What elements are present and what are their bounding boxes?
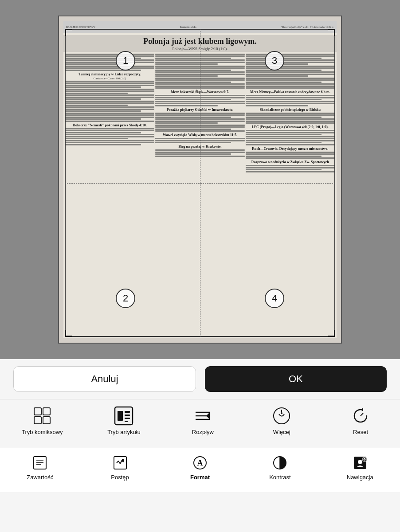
svg-rect-2: [34, 417, 41, 424]
reset-label: Reset: [353, 429, 368, 435]
newspaper-header: KURJER SPORTOWY Poniedziałek, "Ilustracj…: [63, 21, 337, 33]
ok-button[interactable]: OK: [205, 366, 387, 392]
content-icon: [31, 454, 48, 471]
col2-mecz-slask: Mecz bokserski Śląsk—Warszawa 9:7.: [155, 90, 244, 94]
nav-item-content[interactable]: Zawartość: [22, 454, 58, 481]
newspaper-subtitle: Polonja—WKS Śmigły 2:10 (1:0).: [66, 47, 334, 51]
col3-niemcy: Mecz Niemcy—Polska zostanie zadecydowane…: [246, 90, 335, 94]
newspaper-header-right: "Ilustracja Colja" z dn. 7 Listopada 193…: [281, 25, 334, 29]
col1-section1: Turniej eliminacyjny w Lidze rozpoczęty.: [65, 72, 154, 76]
toolbar-item-more[interactable]: Więcej: [264, 406, 299, 435]
toolbar-item-comic-mode[interactable]: Tryb komiksowy: [22, 406, 63, 435]
newspaper-inner: KURJER SPORTOWY Poniedziałek, "Ilustracj…: [63, 21, 337, 338]
col2-wawel: Wawel zwycięża Wislą w meczu bokserskim …: [155, 133, 244, 137]
svg-line-17: [361, 413, 363, 416]
article-mode-icon: [114, 406, 134, 426]
svg-rect-3: [43, 417, 50, 424]
col3-rozprawa: Rozprawa o nadużycia w Związku Zw. Sport…: [246, 160, 335, 164]
comic-mode-icon: [32, 406, 52, 426]
toolbar-item-reset[interactable]: Reset: [343, 406, 378, 435]
toolbar-item-article-mode[interactable]: Tryb artykułu: [106, 406, 141, 435]
newspaper-column-1: Turniej eliminacyjny w Lidze rozpoczęty.…: [65, 54, 154, 334]
newspaper-title-area: Polonja już jest klubem ligowym. Polonja…: [63, 35, 337, 52]
newspaper-column-2: Mecz bokserski Śląsk—Warszawa 9:7. Poraż…: [155, 54, 244, 334]
navigation-label: Nawigacja: [347, 474, 373, 481]
bottom-nav: Zawartość Postęp A Format: [0, 448, 400, 492]
progress-icon: [112, 454, 129, 471]
svg-rect-6: [125, 411, 130, 413]
svg-rect-7: [125, 415, 130, 416]
svg-rect-1: [43, 408, 50, 415]
nav-item-progress[interactable]: Postęp: [102, 454, 138, 481]
svg-text:A: A: [197, 458, 203, 467]
svg-point-29: [358, 460, 362, 464]
blur-label: Rozpływ: [192, 429, 214, 435]
navigation-icon: [352, 454, 369, 471]
nav-item-contrast[interactable]: Kontrast: [262, 454, 298, 481]
blur-icon: [192, 406, 213, 426]
svg-marker-13: [206, 412, 210, 419]
scan-area: KURJER SPORTOWY Poniedziałek, "Ilustracj…: [0, 0, 400, 359]
newspaper-container: KURJER SPORTOWY Poniedziałek, "Ilustracj…: [58, 16, 342, 344]
newspaper-header-center: Poniedziałek,: [180, 25, 196, 29]
col3-skandal: Skandaliczne pobicie sędziego w Bielsku: [246, 108, 335, 112]
nav-item-format[interactable]: A Format: [182, 454, 218, 481]
col1-section-bokser: Bokserzy "Nemesti" pokonani przez Skodę …: [65, 123, 154, 127]
svg-rect-8: [125, 418, 130, 419]
format-label: Format: [190, 474, 210, 481]
col2-porazka: Porażka pięćiarzy Gdańści w Inowrocławiu…: [155, 108, 244, 112]
cancel-button[interactable]: Anuluj: [13, 366, 196, 392]
newspaper-background: KURJER SPORTOWY Poniedziałek, "Ilustracj…: [58, 16, 342, 344]
newspaper-main-title: Polonja już jest klubem ligowym.: [66, 37, 334, 47]
svg-point-16: [281, 412, 282, 414]
article-mode-label: Tryb artykułu: [107, 429, 141, 435]
svg-rect-18: [34, 457, 46, 469]
comic-mode-label: Tryb komiksowy: [22, 429, 63, 435]
contrast-icon: [271, 454, 288, 471]
svg-rect-5: [118, 411, 123, 421]
toolbar-item-blur[interactable]: Rozpływ: [185, 406, 220, 435]
newspaper-columns: Turniej eliminacyjny w Lidze rozpoczęty.…: [63, 52, 337, 334]
reset-icon: [350, 406, 371, 426]
svg-rect-9: [125, 421, 128, 422]
svg-point-30: [362, 457, 367, 462]
progress-label: Postęp: [111, 474, 129, 481]
col1-section2: Garbamia—Czarni 8:0 (1:0): [65, 77, 154, 80]
contrast-label: Kontrast: [269, 474, 290, 481]
top-toolbar: Tryb komiksowy Tryb artykułu Rozpł: [0, 399, 400, 448]
newspaper-column-3: Mecz Niemcy—Polska zostanie zadecydowane…: [246, 54, 335, 334]
content-label: Zawartość: [27, 474, 53, 481]
more-label: Więcej: [273, 429, 290, 435]
more-icon: [271, 406, 292, 426]
col3-lfc: LFC (Praga)—Legia (Warszawa 4:0 (2:0, 1:…: [246, 125, 335, 129]
newspaper-header-left: KURJER SPORTOWY: [66, 25, 95, 29]
buttons-row: Anuluj OK: [0, 359, 400, 399]
col3-ruch: Ruch—Cracovia. Decydujący mecz o mistrzo…: [246, 147, 335, 151]
format-icon: A: [192, 454, 208, 471]
svg-rect-0: [34, 408, 41, 415]
col2-bieg: Bieg na przełaj w Krakowie.: [155, 145, 244, 149]
nav-item-navigation[interactable]: Nawigacja: [342, 454, 378, 481]
